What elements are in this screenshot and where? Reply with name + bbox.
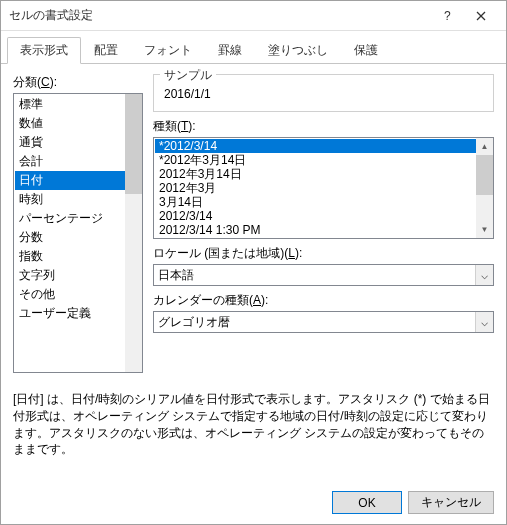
svg-text:?: ?: [444, 11, 451, 21]
scroll-up-icon[interactable]: ▲: [476, 138, 493, 155]
list-item[interactable]: その他: [15, 285, 141, 304]
list-item[interactable]: パーセンテージ: [15, 209, 141, 228]
ok-button[interactable]: OK: [332, 491, 402, 514]
scrollbar[interactable]: ▲ ▼: [476, 138, 493, 238]
window-title: セルの書式設定: [9, 7, 430, 24]
tab-fill[interactable]: 塗りつぶし: [255, 37, 341, 64]
scroll-down-icon[interactable]: ▼: [476, 221, 493, 238]
close-button[interactable]: [464, 4, 498, 28]
sample-group: サンプル 2016/1/1: [153, 74, 494, 112]
tab-alignment[interactable]: 配置: [81, 37, 131, 64]
tab-font[interactable]: フォント: [131, 37, 205, 64]
list-item[interactable]: 2012/3/14 1:30 PM: [155, 223, 476, 237]
calendar-combo[interactable]: グレゴリオ暦 ⌵: [153, 311, 494, 333]
category-listbox[interactable]: 標準 数値 通貨 会計 日付 時刻 パーセンテージ 分数 指数 文字列 その他 …: [13, 93, 143, 373]
upper-panel: 分類(C): 標準 数値 通貨 会計 日付 時刻 パーセンテージ 分数 指数 文…: [13, 74, 494, 373]
left-column: 分類(C): 標準 数値 通貨 会計 日付 時刻 パーセンテージ 分数 指数 文…: [13, 74, 143, 373]
list-item[interactable]: *2012年3月14日: [155, 153, 476, 167]
calendar-value: グレゴリオ暦: [158, 314, 230, 331]
list-item[interactable]: 指数: [15, 247, 141, 266]
tab-row: 表示形式 配置 フォント 罫線 塗りつぶし 保護: [1, 31, 506, 64]
calendar-label: カレンダーの種類(A):: [153, 292, 494, 309]
right-column: サンプル 2016/1/1 種類(T): *2012/3/14 *2012年3月…: [153, 74, 494, 373]
cancel-button[interactable]: キャンセル: [408, 491, 494, 514]
tab-protection[interactable]: 保護: [341, 37, 391, 64]
locale-combo[interactable]: 日本語 ⌵: [153, 264, 494, 286]
list-item[interactable]: *2012/3/14: [155, 139, 476, 153]
help-button[interactable]: ?: [430, 4, 464, 28]
list-item[interactable]: 文字列: [15, 266, 141, 285]
list-item[interactable]: 会計: [15, 152, 141, 171]
list-item[interactable]: 分数: [15, 228, 141, 247]
list-item[interactable]: 3月14日: [155, 195, 476, 209]
type-label: 種類(T):: [153, 118, 494, 135]
list-item[interactable]: 数値: [15, 114, 141, 133]
list-item[interactable]: 通貨: [15, 133, 141, 152]
list-item[interactable]: 2012年3月: [155, 181, 476, 195]
sample-value: 2016/1/1: [162, 81, 485, 103]
dialog-body: 分類(C): 標準 数値 通貨 会計 日付 時刻 パーセンテージ 分数 指数 文…: [1, 64, 506, 481]
scrollbar[interactable]: [125, 94, 142, 372]
titlebar-buttons: ?: [430, 4, 498, 28]
list-item[interactable]: 2012年3月14日: [155, 167, 476, 181]
locale-value: 日本語: [158, 267, 194, 284]
chevron-down-icon: ⌵: [475, 312, 493, 332]
type-listbox[interactable]: *2012/3/14 *2012年3月14日 2012年3月14日 2012年3…: [153, 137, 494, 239]
list-item[interactable]: ユーザー定義: [15, 304, 141, 323]
format-cells-dialog: セルの書式設定 ? 表示形式 配置 フォント 罫線 塗りつぶし 保護 分類(C)…: [0, 0, 507, 525]
tab-number-format[interactable]: 表示形式: [7, 37, 81, 64]
list-item[interactable]: 2012/3/14: [155, 209, 476, 223]
chevron-down-icon: ⌵: [475, 265, 493, 285]
titlebar: セルの書式設定 ?: [1, 1, 506, 31]
category-label: 分類(C):: [13, 74, 143, 91]
list-item[interactable]: 時刻: [15, 190, 141, 209]
sample-legend: サンプル: [160, 67, 216, 84]
list-item[interactable]: 標準: [15, 95, 141, 114]
footer: OK キャンセル: [1, 481, 506, 524]
description-text: [日付] は、日付/時刻のシリアル値を日付形式で表示します。アスタリスク (*)…: [13, 391, 494, 458]
list-item[interactable]: 日付: [15, 171, 141, 190]
tab-border[interactable]: 罫線: [205, 37, 255, 64]
locale-label: ロケール (国または地域)(L):: [153, 245, 494, 262]
